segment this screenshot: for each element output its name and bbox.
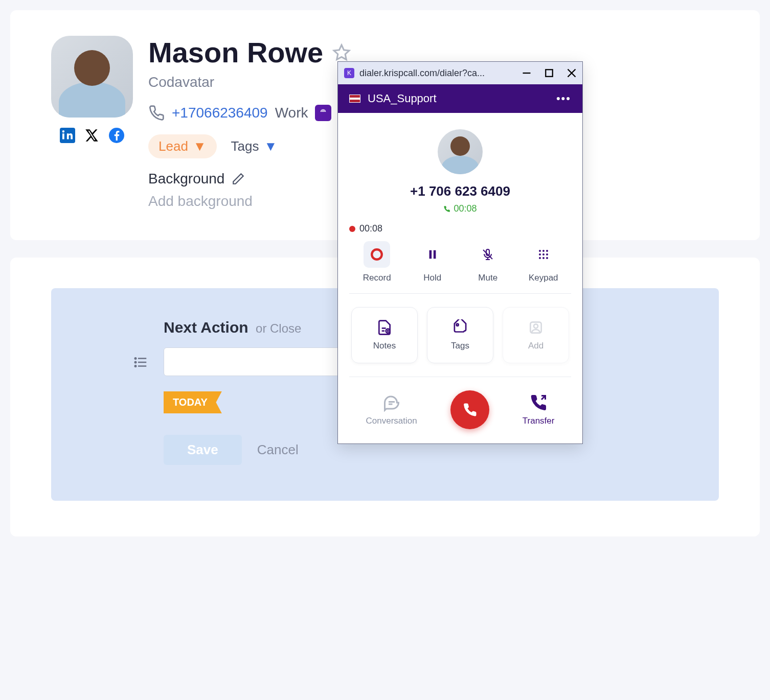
- today-flag[interactable]: TODAY: [164, 391, 222, 413]
- minimize-icon[interactable]: [522, 68, 531, 78]
- record-timer: 00:08: [359, 223, 382, 234]
- record-button[interactable]: Record: [349, 241, 405, 283]
- svg-point-17: [542, 250, 545, 252]
- record-indicator-icon: [349, 226, 355, 232]
- caller-avatar: [438, 129, 483, 174]
- pencil-icon[interactable]: [232, 172, 245, 185]
- svg-point-22: [539, 257, 541, 259]
- x-icon[interactable]: [83, 127, 101, 144]
- tags-dropdown[interactable]: Tags ▼: [231, 138, 278, 154]
- cancel-button[interactable]: Cancel: [257, 442, 299, 458]
- chat-icon: [382, 393, 401, 412]
- mute-button[interactable]: Mute: [460, 241, 516, 283]
- svg-point-19: [539, 253, 541, 255]
- status-pill[interactable]: Lead ▼: [148, 134, 217, 158]
- linkedin-icon[interactable]: [59, 127, 76, 144]
- svg-rect-9: [546, 69, 553, 77]
- mic-off-icon: [482, 248, 494, 261]
- svg-point-30: [457, 324, 459, 326]
- flag-icon: [349, 95, 360, 103]
- tags-tile[interactable]: Tags: [427, 307, 493, 363]
- notes-icon: [376, 319, 393, 336]
- phone-icon: [443, 205, 450, 213]
- svg-point-20: [542, 253, 545, 255]
- caret-down-icon: ▼: [193, 138, 207, 154]
- svg-point-5: [135, 358, 137, 359]
- conversation-button[interactable]: Conversation: [366, 393, 417, 426]
- svg-rect-13: [429, 250, 432, 259]
- save-button[interactable]: Save: [164, 435, 242, 465]
- line-name: USA_Support: [368, 92, 437, 105]
- app-icon: K: [344, 68, 354, 78]
- caret-down-icon: ▼: [264, 138, 278, 154]
- transfer-icon: [529, 393, 548, 412]
- transfer-button[interactable]: Transfer: [523, 393, 555, 426]
- pause-icon: [427, 249, 438, 260]
- tag-icon: [452, 319, 468, 336]
- hangup-button[interactable]: [450, 390, 489, 429]
- keypad-button[interactable]: Keypad: [516, 241, 572, 283]
- dialer-header: USA_Support •••: [338, 84, 582, 113]
- facebook-icon[interactable]: [108, 127, 125, 144]
- maximize-icon[interactable]: [545, 68, 554, 78]
- notes-tile[interactable]: Notes: [351, 307, 418, 363]
- next-action-title: Next Action: [164, 319, 248, 336]
- svg-point-7: [135, 365, 137, 367]
- svg-point-18: [546, 250, 548, 252]
- record-icon: [370, 248, 383, 261]
- call-timer: 00:08: [349, 203, 571, 214]
- call-app-icon[interactable]: [315, 105, 331, 121]
- phone-type: Work: [275, 105, 308, 121]
- person-icon: [528, 319, 544, 336]
- phone-icon: [462, 402, 478, 417]
- svg-point-12: [372, 249, 382, 260]
- svg-point-24: [546, 257, 548, 259]
- window-titlebar: K dialer.krispcall.com/dialer?ca...: [338, 62, 582, 84]
- add-tile: Add: [503, 307, 569, 363]
- svg-rect-14: [434, 250, 436, 259]
- keypad-icon: [537, 248, 550, 261]
- star-icon[interactable]: [332, 43, 351, 62]
- svg-point-21: [546, 253, 548, 255]
- svg-point-6: [135, 362, 137, 363]
- contact-name: Mason Rowe: [148, 36, 323, 69]
- dialer-window: K dialer.krispcall.com/dialer?ca... USA_…: [337, 61, 583, 444]
- background-label: Background: [148, 171, 224, 187]
- window-url: dialer.krispcall.com/dialer?ca...: [359, 68, 517, 79]
- phone-number[interactable]: +17066236409: [172, 105, 268, 121]
- caller-phone: +1 706 623 6409: [349, 183, 571, 199]
- list-icon[interactable]: [133, 355, 148, 370]
- close-link[interactable]: or Close: [256, 321, 301, 335]
- phone-icon: [148, 105, 165, 121]
- svg-point-16: [539, 250, 541, 252]
- hold-button[interactable]: Hold: [405, 241, 461, 283]
- contact-avatar[interactable]: [51, 36, 133, 118]
- svg-point-32: [534, 324, 538, 328]
- svg-point-23: [542, 257, 545, 259]
- more-icon[interactable]: •••: [556, 92, 571, 105]
- close-icon[interactable]: [567, 68, 576, 78]
